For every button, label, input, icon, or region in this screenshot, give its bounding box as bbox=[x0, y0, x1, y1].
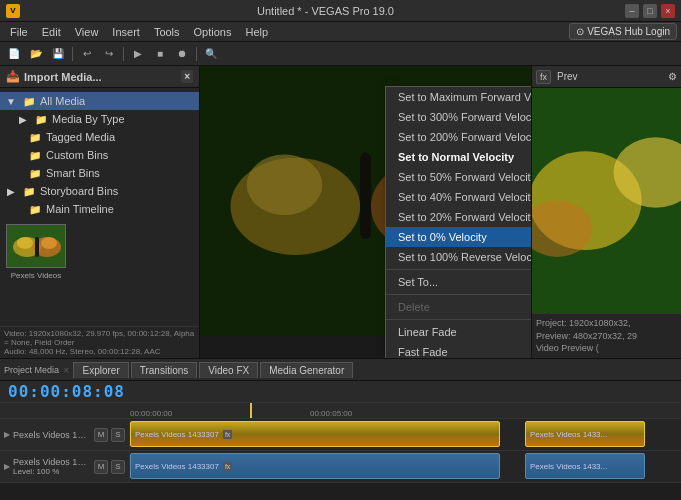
panel-status: Video: 1920x1080x32, 29.970 fps, 00:00:1… bbox=[0, 326, 199, 358]
menu-edit[interactable]: Edit bbox=[36, 24, 67, 40]
folder-icon-4: 📁 bbox=[28, 148, 42, 162]
tree-item-storyboard[interactable]: ▶ 📁 Storyboard Bins bbox=[0, 182, 199, 200]
minimize-button[interactable]: – bbox=[625, 4, 639, 18]
ctx-20-forward[interactable]: Set to 20% Forward Velocity bbox=[386, 207, 531, 227]
search-button[interactable]: 🔍 bbox=[201, 45, 221, 63]
record-button[interactable]: ⏺ bbox=[172, 45, 192, 63]
tree-item-main-timeline[interactable]: 📁 Main Timeline bbox=[0, 200, 199, 218]
ctx-0-velocity[interactable]: Set to 0% Velocity bbox=[386, 227, 531, 247]
playhead[interactable] bbox=[250, 403, 252, 418]
solo-button[interactable]: S bbox=[111, 428, 125, 442]
save-button[interactable]: 💾 bbox=[48, 45, 68, 63]
tab-video-fx[interactable]: Video FX bbox=[199, 362, 258, 378]
tree-item-smart[interactable]: 📁 Smart Bins bbox=[0, 164, 199, 182]
tab-explorer[interactable]: Explorer bbox=[73, 362, 128, 378]
right-panel: fx Prev ⚙ Project: 1920x1080x32, Preview… bbox=[531, 66, 681, 358]
fx-btn[interactable]: fx bbox=[536, 70, 551, 84]
stop-button[interactable]: ■ bbox=[150, 45, 170, 63]
panel-close-btn[interactable]: × bbox=[181, 70, 193, 83]
mute-button-2[interactable]: M bbox=[94, 460, 108, 474]
video-clip-2[interactable]: Pexels Videos 1433... bbox=[525, 421, 645, 447]
tree-item-custom[interactable]: 📁 Custom Bins bbox=[0, 146, 199, 164]
new-button[interactable]: 📄 bbox=[4, 45, 24, 63]
audio-track-label: Pexels Videos 1433307 bbox=[13, 457, 91, 467]
ctx-max-forward[interactable]: Set to Maximum Forward Velocity bbox=[386, 87, 531, 107]
ctx-linear-fade[interactable]: Linear Fade bbox=[386, 322, 531, 342]
ctx-delete: Delete bbox=[386, 297, 531, 317]
right-preview bbox=[532, 88, 681, 313]
fx-badge-2: fx bbox=[223, 462, 232, 471]
ctx-200-forward[interactable]: Set to 200% Forward Velocity bbox=[386, 127, 531, 147]
maximize-button[interactable]: □ bbox=[643, 4, 657, 18]
folder-icon-7: 📁 bbox=[28, 202, 42, 216]
tab-transitions[interactable]: Transitions bbox=[131, 362, 198, 378]
bottom-tab-bar: Project Media × Explorer Transitions Vid… bbox=[0, 358, 681, 380]
menu-help[interactable]: Help bbox=[239, 24, 274, 40]
right-panel-header: fx Prev ⚙ bbox=[532, 66, 681, 88]
mute-button[interactable]: M bbox=[94, 428, 108, 442]
play-button[interactable]: ▶ bbox=[128, 45, 148, 63]
open-button[interactable]: 📂 bbox=[26, 45, 46, 63]
redo-button[interactable]: ↪ bbox=[99, 45, 119, 63]
panel-header: 📥 Import Media... × bbox=[0, 66, 199, 88]
left-panel: 📥 Import Media... × ▼ 📁 All Media ▶ 📁 Me… bbox=[0, 66, 200, 358]
main-toolbar: 📄 📂 💾 ↩ ↪ ▶ ■ ⏺ 🔍 bbox=[0, 42, 681, 66]
svg-rect-5 bbox=[35, 237, 39, 257]
media-item[interactable]: Pexels Videos bbox=[4, 222, 68, 281]
panel-header-controls: × bbox=[181, 70, 193, 83]
solo-button-2[interactable]: S bbox=[111, 460, 125, 474]
track-expand-icon: ▶ bbox=[4, 430, 10, 439]
folder-icon-6: 📁 bbox=[22, 184, 36, 198]
media-label: Pexels Videos bbox=[4, 270, 68, 281]
project-info-1: Project: 1920x1080x32, bbox=[536, 317, 677, 330]
audio-clip-2[interactable]: Pexels Videos 1433... bbox=[525, 453, 645, 479]
fx-badge: fx bbox=[223, 430, 232, 439]
ctx-100-reverse[interactable]: Set to 100% Reverse Velocity bbox=[386, 247, 531, 267]
audio-track-row: ▶ Pexels Videos 1433307 Level: 100 % M S… bbox=[0, 451, 681, 483]
ctx-sep-2 bbox=[386, 294, 531, 295]
menu-options[interactable]: Options bbox=[188, 24, 238, 40]
tree-item-tagged[interactable]: 📁 Tagged Media bbox=[0, 128, 199, 146]
expand-icon: ▼ bbox=[4, 94, 18, 108]
menu-file[interactable]: File bbox=[4, 24, 34, 40]
media-thumbnails: Pexels Videos bbox=[0, 218, 199, 285]
video-clip[interactable]: Pexels Videos 1433307 fx bbox=[130, 421, 500, 447]
toolbar-sep-1 bbox=[72, 47, 73, 61]
menu-insert[interactable]: Insert bbox=[106, 24, 146, 40]
timeline-ruler: 00:00:00:00 00:00:05:00 bbox=[0, 403, 681, 419]
svg-point-9 bbox=[247, 155, 323, 215]
ctx-fast-fade[interactable]: Fast Fade bbox=[386, 342, 531, 358]
timeline-header: 00:00:08:08 bbox=[0, 381, 681, 403]
tree-item-media-type[interactable]: ▶ 📁 Media By Type bbox=[0, 110, 199, 128]
video-track-label: Pexels Videos 1433307 bbox=[13, 430, 91, 440]
ctx-50-forward[interactable]: Set to 50% Forward Velocity bbox=[386, 167, 531, 187]
media-tree: ▼ 📁 All Media ▶ 📁 Media By Type 📁 Tagged… bbox=[0, 88, 199, 326]
folder-icon-2: 📁 bbox=[34, 112, 48, 126]
ctx-300-forward[interactable]: Set to 300% Forward Velocity bbox=[386, 107, 531, 127]
hub-login-button[interactable]: ⊙ VEGAS Hub Login bbox=[569, 23, 677, 40]
panel-title: Import Media... bbox=[24, 71, 102, 83]
undo-button[interactable]: ↩ bbox=[77, 45, 97, 63]
ruler-mark-0: 00:00:00:00 bbox=[130, 409, 172, 418]
menu-view[interactable]: View bbox=[69, 24, 105, 40]
track-expand-icon-2: ▶ bbox=[4, 462, 10, 471]
folder-icon-5: 📁 bbox=[28, 166, 42, 180]
toolbar-sep-2 bbox=[123, 47, 124, 61]
audio-clip[interactable]: Pexels Videos 1433307 fx bbox=[130, 453, 500, 479]
hub-icon: ⊙ bbox=[576, 26, 584, 37]
title-bar: V Untitled * - VEGAS Pro 19.0 – □ × bbox=[0, 0, 681, 22]
close-button[interactable]: × bbox=[661, 4, 675, 18]
preview-settings-btn[interactable]: ⚙ bbox=[668, 71, 677, 82]
tree-item-all-media[interactable]: ▼ 📁 All Media bbox=[0, 92, 199, 110]
timeline-tracks: ▶ Pexels Videos 1433307 M S Pexels Video… bbox=[0, 419, 681, 500]
tab-media-gen[interactable]: Media Generator bbox=[260, 362, 353, 378]
project-info-2: Preview: 480x270x32, 29 bbox=[536, 330, 677, 343]
svg-point-4 bbox=[41, 237, 57, 249]
ctx-40-forward[interactable]: Set to 40% Forward Velocity bbox=[386, 187, 531, 207]
audio-track-header: ▶ Pexels Videos 1433307 Level: 100 % M S bbox=[0, 451, 130, 482]
ctx-normal-velocity[interactable]: Set to Normal Velocity bbox=[386, 147, 531, 167]
ctx-set-to[interactable]: Set To... bbox=[386, 272, 531, 292]
svg-point-3 bbox=[17, 237, 33, 249]
menu-tools[interactable]: Tools bbox=[148, 24, 186, 40]
folder-icon-3: 📁 bbox=[28, 130, 42, 144]
